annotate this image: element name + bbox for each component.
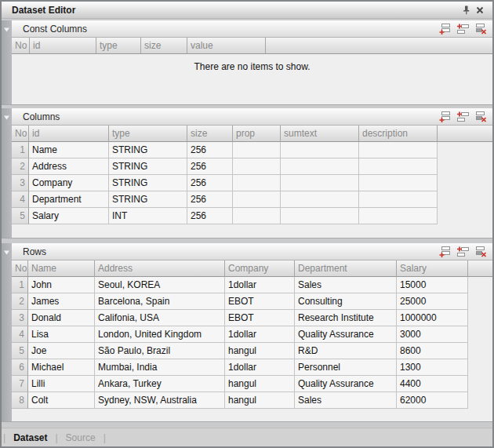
column-header-size[interactable]: size: [141, 38, 187, 54]
column-header-no[interactable]: No: [12, 38, 30, 54]
cell[interactable]: 8600: [397, 343, 468, 359]
delete-row-button[interactable]: [474, 111, 488, 122]
column-header-company[interactable]: Company: [225, 260, 295, 277]
row-number[interactable]: 5: [12, 208, 29, 224]
row-number[interactable]: 3: [12, 175, 29, 191]
column-header-prop[interactable]: prop: [233, 126, 281, 142]
cell[interactable]: 3000: [397, 326, 468, 343]
cell[interactable]: INT: [109, 208, 187, 224]
insert-row-button[interactable]: [456, 23, 470, 35]
cell[interactable]: STRING: [109, 142, 187, 158]
row-number[interactable]: 8: [12, 392, 28, 409]
cell[interactable]: Califonia, USA: [95, 310, 225, 326]
cell[interactable]: Ankara, Turkey: [95, 376, 225, 392]
cell[interactable]: STRING: [109, 158, 187, 175]
delete-row-button[interactable]: [474, 23, 488, 35]
add-row-button[interactable]: [438, 23, 452, 35]
cell[interactable]: EBOT: [225, 293, 295, 310]
row-number[interactable]: 1: [12, 142, 29, 158]
cell[interactable]: 256: [187, 175, 233, 191]
column-header-type[interactable]: type: [96, 38, 141, 54]
section-header-columns[interactable]: Columns: [12, 108, 492, 126]
cell[interactable]: [359, 158, 438, 175]
cell[interactable]: Research Institute: [295, 310, 397, 326]
cell[interactable]: Address: [29, 158, 109, 175]
cell[interactable]: Company: [29, 175, 109, 191]
cell[interactable]: Name: [29, 142, 109, 158]
cell[interactable]: 1dollar: [225, 359, 295, 376]
cell[interactable]: [359, 191, 438, 208]
cell[interactable]: [233, 191, 281, 208]
cell[interactable]: 15000: [397, 277, 468, 293]
column-header-sumtext[interactable]: sumtext: [281, 126, 359, 142]
section-header-rows[interactable]: Rows: [12, 243, 492, 260]
column-header-salary[interactable]: Salary: [397, 260, 468, 277]
cell[interactable]: 62000: [397, 392, 468, 409]
row-number[interactable]: 1: [12, 277, 28, 293]
cell[interactable]: Michael: [28, 359, 95, 376]
cell[interactable]: Sales: [295, 277, 397, 293]
cell[interactable]: [281, 158, 359, 175]
cell[interactable]: Lilli: [28, 376, 95, 392]
cell[interactable]: [233, 158, 281, 175]
column-header-id[interactable]: id: [30, 38, 96, 54]
cell[interactable]: Department: [29, 191, 109, 208]
cell[interactable]: [359, 208, 438, 224]
tab-dataset[interactable]: Dataset: [5, 432, 55, 443]
cell[interactable]: hangul: [225, 343, 295, 359]
cell[interactable]: James: [28, 293, 95, 310]
cell[interactable]: Donald: [28, 310, 95, 326]
cell[interactable]: 1dollar: [225, 326, 295, 343]
cell[interactable]: [233, 208, 281, 224]
column-header-type[interactable]: type: [109, 126, 187, 142]
cell[interactable]: STRING: [109, 191, 187, 208]
cell[interactable]: hangul: [225, 376, 295, 392]
add-row-button[interactable]: [438, 111, 452, 122]
row-number[interactable]: 4: [12, 326, 28, 343]
cell[interactable]: Lisa: [28, 326, 95, 343]
row-number[interactable]: 2: [12, 293, 28, 310]
cell[interactable]: Quality Assurance: [295, 376, 397, 392]
cell[interactable]: [281, 175, 359, 191]
cell[interactable]: EBOT: [225, 310, 295, 326]
row-number[interactable]: 4: [12, 191, 29, 208]
column-header-department[interactable]: Department: [295, 260, 397, 277]
cell[interactable]: 256: [187, 208, 233, 224]
column-header-name[interactable]: Name: [28, 260, 95, 277]
row-number[interactable]: 3: [12, 310, 28, 326]
cell[interactable]: R&D: [295, 343, 397, 359]
column-header-no[interactable]: No: [12, 126, 29, 142]
cell[interactable]: 256: [187, 142, 233, 158]
cell[interactable]: Quality Assurance: [295, 326, 397, 343]
insert-row-button[interactable]: [456, 246, 470, 257]
cell[interactable]: [281, 191, 359, 208]
row-number[interactable]: 6: [12, 359, 28, 376]
insert-row-button[interactable]: [456, 111, 470, 122]
cell[interactable]: Colt: [28, 392, 95, 409]
delete-row-button[interactable]: [474, 246, 488, 257]
cell[interactable]: Salary: [29, 208, 109, 224]
cell[interactable]: [359, 175, 438, 191]
collapse-strip[interactable]: [2, 243, 12, 421]
cell[interactable]: São Paulo, Brazil: [95, 343, 225, 359]
titlebar[interactable]: Dataset Editor: [2, 2, 492, 19]
tab-source[interactable]: Source: [58, 432, 104, 443]
pin-icon[interactable]: [459, 4, 473, 16]
collapse-strip[interactable]: [2, 108, 12, 238]
section-header-const-columns[interactable]: Const Columns: [12, 20, 492, 38]
cell[interactable]: 25000: [397, 293, 468, 310]
cell[interactable]: Mumbai, India: [95, 359, 225, 376]
cell[interactable]: 1300: [397, 359, 468, 376]
cell[interactable]: Personnel: [295, 359, 397, 376]
cell[interactable]: Sales: [295, 392, 397, 409]
column-header-address[interactable]: Address: [95, 260, 225, 277]
cell[interactable]: London, United Kingdom: [95, 326, 225, 343]
column-header-no[interactable]: No: [12, 260, 28, 277]
cell[interactable]: 4400: [397, 376, 468, 392]
row-number[interactable]: 2: [12, 158, 29, 175]
cell[interactable]: [233, 142, 281, 158]
row-number[interactable]: 7: [12, 376, 28, 392]
cell[interactable]: 256: [187, 191, 233, 208]
cell[interactable]: Seoul, KOREA: [95, 277, 225, 293]
cell[interactable]: [233, 175, 281, 191]
